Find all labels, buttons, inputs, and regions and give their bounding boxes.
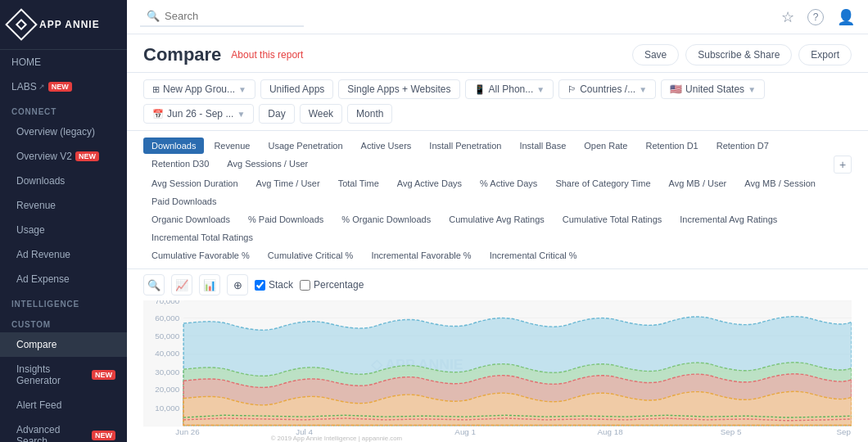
- metric-tab-incremental-total-ratings[interactable]: Incremental Total Ratings: [143, 229, 261, 246]
- metric-tab-cumulative-critical[interactable]: Cumulative Critical %: [260, 247, 362, 264]
- metric-tab-cumulative-total-ratings[interactable]: Cumulative Total Ratings: [554, 211, 670, 228]
- y-label-70000: 70,000: [155, 300, 179, 305]
- metric-tab-avg-mb-user[interactable]: Avg MB / User: [661, 175, 735, 192]
- grid-icon: ⊞: [152, 84, 160, 95]
- metric-tab-retention-d7[interactable]: Retention D7: [708, 138, 777, 154]
- sidebar-item-usage[interactable]: Usage: [0, 218, 127, 242]
- filter-single-apps-label: Single Apps + Websites: [347, 83, 450, 95]
- y-label-40000: 40,000: [155, 349, 179, 358]
- sidebar-item-downloads[interactable]: Downloads: [0, 169, 127, 193]
- filter-phones[interactable]: 📱 All Phon... ▼: [465, 79, 554, 99]
- metric-tab-install-penetration[interactable]: Install Penetration: [421, 138, 509, 154]
- filter-date-range[interactable]: 📅 Jun 26 - Sep ... ▼: [143, 104, 254, 124]
- about-link[interactable]: About this report: [231, 49, 303, 61]
- metric-tab-pct-paid-downloads[interactable]: % Paid Downloads: [240, 211, 332, 228]
- sidebar-item-ad-revenue[interactable]: Ad Revenue: [0, 242, 127, 267]
- filter-countries[interactable]: 🏳 Countries /... ▼: [558, 79, 656, 99]
- sidebar-item-home-label: HOME: [11, 56, 41, 68]
- search-box[interactable]: 🔍: [140, 7, 304, 27]
- topbar-actions: ☆ ? 👤: [781, 8, 855, 26]
- insights-badge: NEW: [92, 370, 115, 380]
- metric-tab-pct-active-days[interactable]: % Active Days: [472, 175, 545, 192]
- percentage-checkbox-label[interactable]: Percentage: [300, 279, 364, 291]
- metric-tab-incremental-critical[interactable]: Incremental Critical %: [481, 247, 585, 264]
- sidebar-label-downloads: Downloads: [16, 175, 65, 187]
- save-button[interactable]: Save: [632, 44, 679, 65]
- stack-checkbox-label[interactable]: Stack: [255, 279, 293, 291]
- sidebar-item-overview-v2[interactable]: Overview V2 NEW: [0, 144, 127, 169]
- sidebar-item-compare[interactable]: Compare: [0, 332, 127, 357]
- chevron-down-icon-3: ▼: [639, 85, 647, 94]
- metrics-add-button[interactable]: +: [834, 156, 852, 174]
- sidebar-label-ad-expense: Ad Expense: [16, 273, 70, 285]
- metric-tab-cumulative-favorable[interactable]: Cumulative Favorable %: [143, 247, 258, 264]
- metric-tab-revenue[interactable]: Revenue: [206, 138, 258, 154]
- filter-app-group[interactable]: ⊞ New App Grou... ▼: [143, 79, 255, 99]
- stack-checkbox[interactable]: [255, 280, 265, 291]
- filter-day-label: Day: [268, 108, 285, 120]
- sidebar-item-advanced-search[interactable]: Advanced Search NEW: [0, 417, 127, 442]
- metric-tab-organic-downloads[interactable]: Organic Downloads: [143, 211, 238, 228]
- filter-country-value[interactable]: 🇺🇸 United States ▼: [661, 79, 765, 99]
- us-flag-icon: 🇺🇸: [670, 83, 682, 95]
- metric-tab-avg-active-days[interactable]: Avg Active Days: [389, 175, 470, 192]
- metric-tab-downloads[interactable]: Downloads: [143, 138, 204, 154]
- filter-week[interactable]: Week: [300, 104, 342, 124]
- sidebar-item-revenue[interactable]: Revenue: [0, 193, 127, 218]
- metric-tab-avg-session-duration[interactable]: Avg Session Duration: [143, 175, 246, 192]
- metric-tab-paid-downloads[interactable]: Paid Downloads: [143, 193, 225, 210]
- search-input[interactable]: [165, 10, 296, 22]
- metric-tab-share-category-time[interactable]: Share of Category Time: [547, 175, 658, 192]
- metric-tab-retention-d1[interactable]: Retention D1: [637, 138, 706, 154]
- metric-tab-total-time[interactable]: Total Time: [330, 175, 387, 192]
- metric-tab-usage-penetration[interactable]: Usage Penetration: [260, 138, 350, 154]
- metric-tab-install-base[interactable]: Install Base: [511, 138, 574, 154]
- sidebar-item-alert-feed[interactable]: Alert Feed: [0, 393, 127, 417]
- line-chart-icon: 📈: [175, 279, 188, 291]
- star-icon[interactable]: ☆: [781, 8, 794, 26]
- percentage-checkbox[interactable]: [300, 280, 310, 291]
- metric-tab-avg-mb-session[interactable]: Avg MB / Session: [736, 175, 824, 192]
- sidebar-label-revenue: Revenue: [16, 200, 56, 211]
- sidebar-item-home[interactable]: HOME: [0, 50, 127, 74]
- metric-tab-cumulative-avg-ratings[interactable]: Cumulative Avg Ratings: [441, 211, 553, 228]
- zoom-tool-button[interactable]: 🔍: [143, 274, 165, 295]
- header-actions: Save Subscribe & Share Export: [632, 44, 852, 65]
- bar-chart-icon: 📊: [203, 279, 216, 291]
- sidebar-item-labs[interactable]: LABS ↗ NEW: [0, 74, 127, 99]
- bar-chart-button[interactable]: 📊: [199, 274, 220, 295]
- subscribe-share-button[interactable]: Subscribe & Share: [685, 44, 792, 65]
- metric-tab-active-users[interactable]: Active Users: [353, 138, 420, 154]
- x-label-sep: Sep: [836, 427, 850, 436]
- section-label-custom: CUSTOM: [0, 312, 127, 332]
- logo-diamond: [16, 19, 27, 30]
- line-chart-button[interactable]: 📈: [171, 274, 192, 295]
- calendar-icon: 📅: [152, 109, 164, 120]
- sidebar-item-overview-legacy[interactable]: Overview (legacy): [0, 120, 127, 144]
- add-chart-button[interactable]: ⊕: [227, 274, 248, 295]
- plus-icon: ⊕: [233, 279, 242, 291]
- metric-tab-avg-sessions[interactable]: Avg Sessions / User: [219, 156, 316, 174]
- sidebar-label-ad-revenue: Ad Revenue: [16, 249, 70, 260]
- metric-tab-open-rate[interactable]: Open Rate: [576, 138, 635, 154]
- metric-tab-incremental-avg-ratings[interactable]: Incremental Avg Ratings: [671, 211, 785, 228]
- filter-month[interactable]: Month: [347, 104, 392, 124]
- export-button[interactable]: Export: [798, 44, 852, 65]
- filter-day[interactable]: Day: [259, 104, 294, 124]
- help-icon[interactable]: ?: [807, 9, 824, 25]
- user-icon[interactable]: 👤: [837, 8, 855, 26]
- metric-tab-retention-d30[interactable]: Retention D30: [143, 156, 217, 174]
- y-label-20000: 20,000: [155, 385, 179, 394]
- metric-tab-avg-time-user[interactable]: Avg Time / User: [248, 175, 328, 192]
- metrics-row-1: Downloads Revenue Usage Penetration Acti…: [143, 138, 852, 174]
- filter-unified-apps[interactable]: Unified Apps: [260, 79, 333, 99]
- sidebar-item-insights-generator[interactable]: Insights Generator NEW: [0, 357, 127, 393]
- filter-single-apps[interactable]: Single Apps + Websites: [338, 79, 459, 99]
- y-label-30000: 30,000: [155, 368, 179, 377]
- sidebar-item-ad-expense[interactable]: Ad Expense: [0, 267, 127, 291]
- page-title: Compare: [143, 44, 221, 65]
- filter-date-range-label: Jun 26 - Sep ...: [167, 108, 233, 120]
- metric-tab-incremental-favorable[interactable]: Incremental Favorable %: [363, 247, 479, 264]
- metric-tab-pct-organic-downloads[interactable]: % Organic Downloads: [333, 211, 439, 228]
- stack-label: Stack: [269, 279, 293, 291]
